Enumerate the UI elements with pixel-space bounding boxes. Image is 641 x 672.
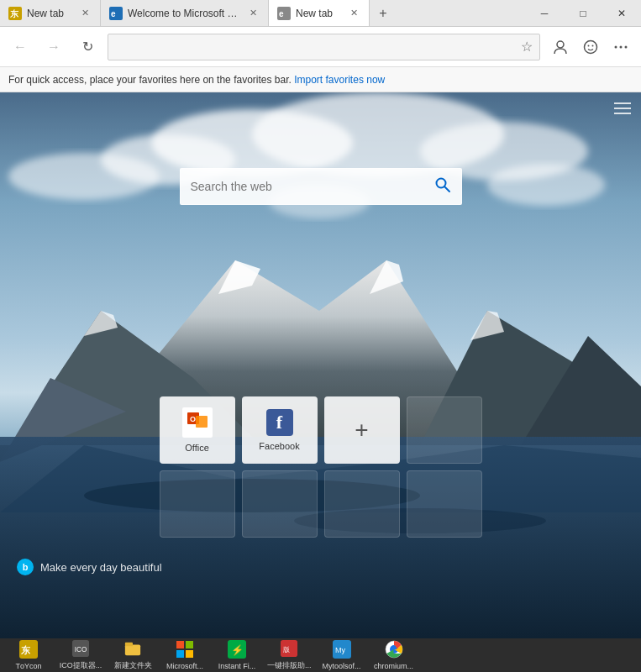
svg-point-11 xyxy=(620,45,623,48)
taskbar-item-mytools[interactable]: My Mytoolsof... xyxy=(317,640,367,670)
svg-text:东: 东 xyxy=(21,645,31,655)
tab-2-close[interactable]: ✕ xyxy=(247,6,260,20)
chromium-icon xyxy=(385,640,403,659)
svg-point-6 xyxy=(557,41,564,48)
instant-icon: ⚡ xyxy=(228,640,246,659)
import-favorites-link[interactable]: Import favorites now xyxy=(294,74,385,86)
tab-3-label: New tab xyxy=(296,8,343,19)
svg-point-19 xyxy=(487,164,605,206)
taskbar-item-toycon[interactable]: 东 TοYcon xyxy=(3,640,54,670)
hamburger-menu[interactable] xyxy=(614,102,631,114)
window-controls: ─ □ ✕ xyxy=(525,0,641,27)
title-bar: 东 New tab ✕ e Welcome to Microsoft Edge … xyxy=(0,0,641,27)
back-button[interactable]: ← xyxy=(7,34,34,60)
tile-office-label: Office xyxy=(185,443,209,453)
search-box xyxy=(180,168,462,205)
tab-2-label: Welcome to Microsoft Edge De... xyxy=(128,8,242,19)
edge-favicon-1: 东 xyxy=(8,7,22,20)
taskbar-item-microsoft[interactable]: Microsoft... xyxy=(160,640,210,670)
tile-add[interactable]: + xyxy=(324,396,400,464)
yijian-icon: 版 xyxy=(280,640,298,657)
search-container xyxy=(180,168,462,205)
svg-text:版: 版 xyxy=(283,646,290,654)
tab-1-close[interactable]: ✕ xyxy=(79,6,92,20)
tab-strip: 东 New tab ✕ e Welcome to Microsoft Edge … xyxy=(0,0,525,26)
favorites-bar: For quick access, place your favorites h… xyxy=(0,67,641,92)
bing-tagline: Make every day beautiful xyxy=(40,561,162,574)
microsoft-icon xyxy=(176,640,194,659)
tile-office[interactable]: O Office xyxy=(160,396,235,464)
new-tab-button[interactable]: + xyxy=(370,0,397,26)
facebook-icon: f xyxy=(266,409,293,436)
refresh-button[interactable]: ↻ xyxy=(74,34,101,60)
tile-facebook[interactable]: f Facebook xyxy=(242,396,318,464)
svg-rect-38 xyxy=(196,416,208,428)
taskbar-item-yijian[interactable]: 版 一键排版助... xyxy=(264,640,315,670)
profile-button[interactable] xyxy=(547,34,574,60)
svg-point-18 xyxy=(8,153,160,200)
svg-text:ICO: ICO xyxy=(75,646,87,654)
folder-icon xyxy=(123,640,142,657)
close-button[interactable]: ✕ xyxy=(602,0,641,27)
taskbar-mytools-label: Mytoolsof... xyxy=(323,662,361,670)
tab-3[interactable]: e New tab ✕ xyxy=(269,0,370,26)
tab-2[interactable]: e Welcome to Microsoft Edge De... ✕ xyxy=(101,0,269,26)
svg-point-9 xyxy=(592,45,594,46)
search-submit-icon[interactable] xyxy=(434,176,451,197)
tile-empty-2[interactable] xyxy=(160,470,235,538)
search-input[interactable] xyxy=(191,180,434,193)
tile-empty-4[interactable] xyxy=(324,470,400,538)
emoji-icon xyxy=(583,39,598,55)
person-icon xyxy=(553,39,568,55)
forward-button[interactable]: → xyxy=(40,34,67,60)
taskbar-item-ico[interactable]: ICO ICO提取器... xyxy=(55,640,106,670)
toolbar-icons xyxy=(547,34,634,60)
mytools-icon: My xyxy=(333,640,351,659)
svg-text:⚡: ⚡ xyxy=(231,643,244,656)
favorites-star-icon[interactable]: ☆ xyxy=(521,39,533,55)
ico-icon: ICO xyxy=(71,640,90,657)
office-icon: O xyxy=(182,407,213,438)
svg-rect-50 xyxy=(176,650,184,658)
taskbar-item-instant[interactable]: ⚡ Instant Fi... xyxy=(212,640,262,670)
svg-rect-49 xyxy=(186,641,193,648)
emoji-button[interactable] xyxy=(577,34,604,60)
taskbar-instant-label: Instant Fi... xyxy=(218,662,256,670)
taskbar-yijian-label: 一键排版助... xyxy=(267,660,312,670)
svg-rect-51 xyxy=(186,650,193,658)
tile-empty-5[interactable] xyxy=(407,470,482,538)
taskbar-item-chromium[interactable]: chromium... xyxy=(369,640,419,670)
add-icon: + xyxy=(355,417,368,444)
taskbar-ico-label: ICO提取器... xyxy=(60,660,102,670)
browser-content: O Office f Facebook + b Make every day b… xyxy=(0,92,641,638)
tab-1[interactable]: 东 New tab ✕ xyxy=(0,0,101,26)
maximize-button[interactable]: □ xyxy=(564,0,602,27)
tile-empty-1[interactable] xyxy=(407,396,482,464)
svg-point-12 xyxy=(625,45,628,48)
tab-3-close[interactable]: ✕ xyxy=(348,6,360,20)
tile-empty-3[interactable] xyxy=(242,470,318,538)
svg-point-8 xyxy=(588,45,590,46)
edge-favicon-2: e xyxy=(109,7,123,20)
favorites-bar-text: For quick access, place your favorites h… xyxy=(8,74,292,86)
minimize-button[interactable]: ─ xyxy=(525,0,564,27)
taskbar: 东 TοYcon ICO ICO提取器... 新建文件夹 Microsoft..… xyxy=(0,638,641,672)
svg-rect-48 xyxy=(176,641,184,648)
svg-point-7 xyxy=(585,40,597,53)
svg-rect-45 xyxy=(125,644,140,655)
svg-point-10 xyxy=(615,45,617,48)
address-input-wrap[interactable]: ☆ xyxy=(108,34,540,60)
svg-text:e: e xyxy=(111,9,116,18)
more-icon xyxy=(613,39,628,55)
svg-text:e: e xyxy=(279,9,284,18)
magnifier-icon xyxy=(434,176,451,193)
speed-dial-tiles: O Office f Facebook + xyxy=(160,396,482,538)
toycon-icon: 东 xyxy=(19,640,38,659)
taskbar-microsoft-label: Microsoft... xyxy=(166,662,203,670)
tile-facebook-label: Facebook xyxy=(259,441,299,451)
taskbar-item-folder[interactable]: 新建文件夹 xyxy=(108,640,158,670)
svg-text:O: O xyxy=(190,415,196,423)
settings-more-button[interactable] xyxy=(607,34,634,60)
bing-brand: b Make every day beautiful xyxy=(17,559,162,575)
tab-1-label: New tab xyxy=(27,8,74,19)
